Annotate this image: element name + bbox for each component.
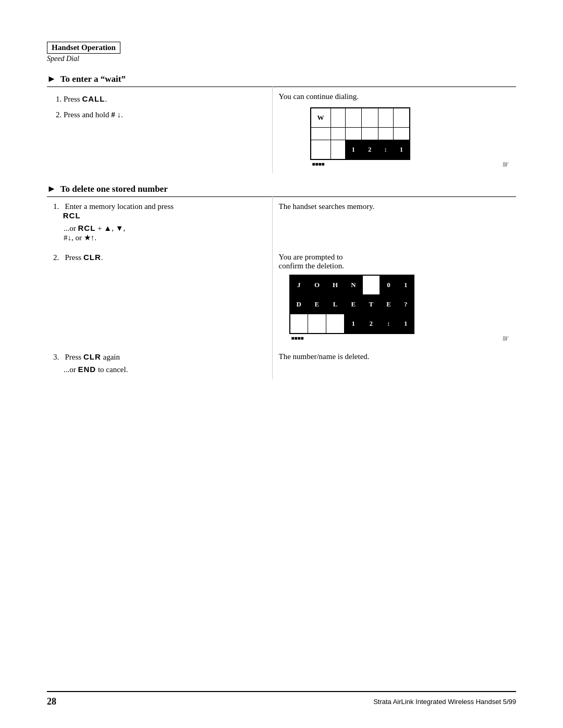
lcd1-cell-w: W [311,108,331,128]
step1-2: Press and hold # ↓. [64,108,266,122]
step2-1-block: 1. Enter a memory location and press RCL [53,202,266,220]
lcd2-r2c6: E [380,295,398,314]
lcd2-r3c2 [308,314,326,334]
header-box: Handset Operation [47,42,120,54]
section1: ► To enter a “wait” Press CALL. Press an… [47,73,516,173]
lcd2-r1c2: O [308,275,326,295]
lcd-display-2: J O H N 0 1 D E L [289,275,510,342]
step2-right-text1: You are prompted to [279,253,510,262]
step2-plus: + ▲, ▼, [95,224,125,232]
lcd2-r2c2: E [308,295,326,314]
lcd1-r3c2 [331,140,345,160]
lcd1-cell-e1 [331,108,345,128]
section1-title: To enter a “wait” [60,74,126,84]
section1-left: Press CALL. Press and hold # ↓. [47,87,272,174]
lcd2-r2c4: E [345,295,362,314]
section2-table: 1. Enter a memory location and press RCL… [47,196,516,379]
section1-heading: ► To enter a “wait” [47,73,516,84]
step2-3-right-text: The number/name is deleted. [279,352,370,361]
section2-row3: 3. Press CLR again ...or END to cancel. … [47,347,516,379]
page-number: 28 [47,696,56,707]
step2-2-text-before: Press [65,253,83,262]
section2-right1-text: The handset searches memory. [279,202,375,211]
step2-1-text: Enter a memory location and press [65,202,174,211]
lcd1-r2c5 [378,128,393,140]
lcd1-cell-e3 [362,108,378,128]
lcd1-r3c3: 1 [345,140,362,160]
step2-3-text-after: again [101,353,120,361]
clr-again-cmd: CLR [83,352,101,361]
lcd2-r3c5: 2 [362,314,380,334]
section1-table: Press CALL. Press and hold # ↓. You can … [47,87,516,173]
lcd2-r2c7: ? [397,295,414,314]
end-cmd: END [78,365,96,374]
lcd1-r2c3 [345,128,362,140]
lcd2-r3c1 [290,314,308,334]
footer-text: Strata AirLink Integrated Wireless Hands… [373,698,516,706]
lcd2-row1: J O H N 0 1 [290,275,414,295]
lcd2-r1c6: 0 [380,275,398,295]
section2: ► To delete one stored number 1. Enter a… [47,183,516,379]
lcd2-r2c5: T [362,295,380,314]
lcd2-r3c6: : [380,314,398,334]
section2-right1: The handset searches memory. [272,197,516,248]
lcd1-r2c6 [393,128,410,140]
step2-2-text-after: . [101,253,103,262]
lcd1-cell-e2 [345,108,362,128]
step2-1-num: 1. [53,202,63,211]
step2-3-block: 3. Press CLR again [53,352,266,362]
section1-row: Press CALL. Press and hold # ↓. You can … [47,87,516,174]
arrow-icon-1: ► [47,73,56,84]
section2-title: To delete one stored number [60,184,168,194]
lcd2-row2: D E L E T E ? [290,295,414,314]
header-subtitle: Speed Dial [47,55,516,63]
clr-cmd: CLR [83,253,101,262]
lcd1-cell-e4 [378,108,393,128]
lcd1-battery-icon: ■■■■ [312,161,325,167]
lcd2-r3c7: 1 [397,314,414,334]
hash-cmd: # ↓ [111,110,121,119]
section2-left2: 2. Press CLR. [47,248,272,347]
step2-or2: ...or [64,365,78,374]
lcd2-signal-icon: ||||∕ [503,335,508,341]
step2-2-num: 2. [53,253,63,262]
lcd1-r3c4: 2 [362,140,378,160]
section1-right-text: You can continue dialing. [279,92,510,101]
step2-3-text-before: Press [65,353,83,361]
lcd2-r3c4: 1 [345,314,362,334]
lcd2-battery-icon: ■■■■ [291,335,304,341]
page: Handset Operation Speed Dial ► To enter … [0,0,563,728]
step2-2-block: 2. Press CLR. [53,253,266,262]
step2-right-text2: confirm the deletion. [279,262,510,270]
step2-3-num: 3. [53,353,63,361]
lcd2-r2c3: L [326,295,345,314]
step1-1: Press CALL. [64,92,266,106]
rcl-cmd-sub: RCL [78,224,96,232]
lcd2-footer: ■■■■ ||||∕ [289,334,510,342]
lcd1-row2 [311,128,410,140]
step2-3-sub: ...or END to cancel. [64,365,266,374]
lcd2-r1c3: H [326,275,345,295]
section2-heading: ► To delete one stored number [47,183,516,194]
section1-right: You can continue dialing. W [272,87,516,174]
step2-or1: ...or [64,224,78,232]
section2-left1: 1. Enter a memory location and press RCL… [47,197,272,248]
header-section: Handset Operation Speed Dial [47,42,516,63]
lcd1-cell-e5 [393,108,410,128]
section2-right2: You are prompted to confirm the deletion… [272,248,516,347]
lcd1-r2c2 [331,128,345,140]
section2-left3: 3. Press CLR again ...or END to cancel. [47,347,272,379]
lcd2-r2c1: D [290,295,308,314]
lcd1-footer: ■■■■ ||||∕ [310,160,510,168]
step2-hash: #↓, or ★↑. [64,233,96,242]
page-footer: 28 Strata AirLink Integrated Wireless Ha… [47,691,516,707]
lcd1-r3c1 [311,140,331,160]
lcd1-signal-icon: ||||∕ [503,161,508,167]
section2-row1: 1. Enter a memory location and press RCL… [47,197,516,248]
call-cmd: CALL [82,94,105,103]
section2-row2: 2. Press CLR. You are prompted to confir… [47,248,516,347]
section1-steps: Press CALL. Press and hold # ↓. [53,92,266,121]
rcl-cmd-main: RCL [63,211,81,220]
lcd2-row3: 1 2 : 1 [290,314,414,334]
lcd-display-1: W [310,107,510,168]
